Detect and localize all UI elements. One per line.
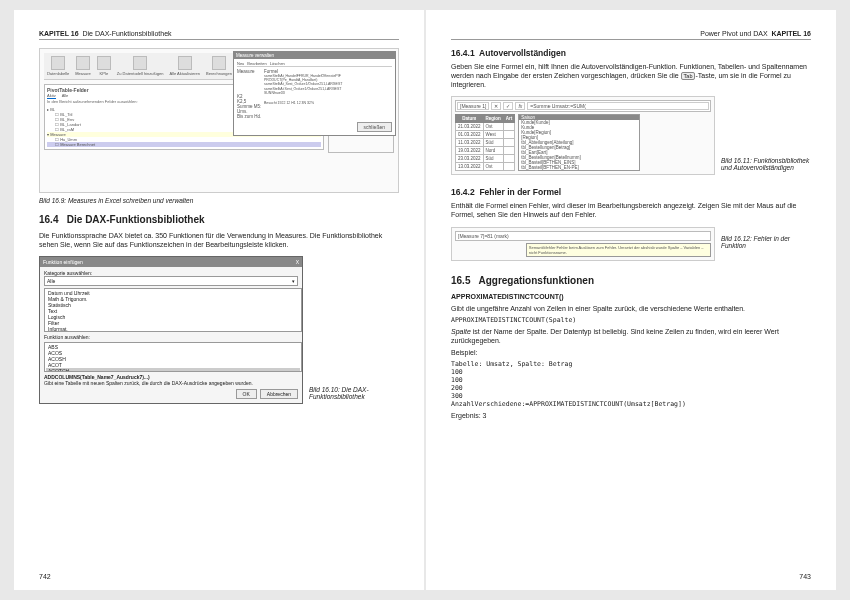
cancel-button[interactable]: Abbrechen bbox=[260, 389, 298, 399]
data-table: DatumRegionArt 21.03.2022Ost 01.03.2022W… bbox=[455, 114, 515, 171]
ribbon-add[interactable]: Zu Datentodell hinzufügen bbox=[117, 56, 164, 76]
formula-bar[interactable]: =Summe Umsatz:=SUM( bbox=[527, 102, 709, 110]
formula-error[interactable]: [Measure 7]=81 (mark) bbox=[455, 231, 711, 241]
result-text: Ergebnis: 3 bbox=[451, 411, 811, 420]
tab-delete[interactable]: Löschen bbox=[270, 61, 285, 66]
caption-16-12: Bild 16.12: Fehler in der Funktion bbox=[721, 235, 811, 249]
caption-16-10: Bild 16.10: Die DAX-Funktionsbibliothek bbox=[309, 386, 399, 400]
heading-16-4-1: 16.4.1 Autovervollständigen bbox=[451, 48, 811, 58]
page-number: 743 bbox=[799, 573, 811, 580]
code-syntax: APPROXIMATEDISTINCTCOUNT(Spalte) bbox=[451, 316, 811, 324]
page-number: 742 bbox=[39, 573, 51, 580]
chapter-label: KAPITEL 16 bbox=[39, 30, 79, 37]
table-row: 23.03.2022Süd bbox=[456, 155, 515, 163]
ok-button[interactable]: OK bbox=[236, 389, 257, 399]
cancel-icon[interactable]: ✕ bbox=[491, 102, 501, 110]
ribbon-kpi[interactable]: KPIe bbox=[97, 56, 111, 76]
chapter-title: Die DAX-Funktionsbibliothek bbox=[82, 30, 171, 37]
tab-new[interactable]: Neu bbox=[237, 61, 244, 66]
body-text: Spalte ist der Name der Spalte. Der Date… bbox=[451, 327, 811, 345]
body-text: Die Funktionssprache DAX bietet ca. 350 … bbox=[39, 231, 399, 249]
heading-16-5: 16.5 Aggregationsfunktionen bbox=[451, 275, 811, 286]
category-list[interactable]: Datum und UhrzeitMath & Trigonom.Statist… bbox=[44, 288, 302, 332]
figure-16-12: [Measure 7]=81 (mark) Semantikfehler Feh… bbox=[451, 227, 715, 261]
name-box[interactable]: [Measure 1] bbox=[457, 102, 489, 110]
header-right: Power Pivot und DAX KAPITEL 16 bbox=[451, 30, 811, 40]
field-item[interactable]: Measure Berechnet bbox=[60, 142, 95, 147]
table-row: 13.03.2022Ost bbox=[456, 163, 515, 171]
close-button[interactable]: schließen bbox=[357, 122, 392, 132]
key-tab: Tab bbox=[681, 72, 696, 80]
function-list[interactable]: ABSACOSACOSHACOTACOTCH bbox=[44, 342, 302, 372]
example-label: Beispiel: bbox=[451, 348, 811, 357]
table-row: 01.03.2022West bbox=[456, 131, 515, 139]
chevron-down-icon: ▾ bbox=[292, 278, 295, 284]
ribbon-datatable[interactable]: Datenlabelle bbox=[47, 56, 69, 76]
heading-16-4: 16.4 Die DAX-Funktionsbibliothek bbox=[39, 214, 399, 225]
measure-dialog: Measure verwalten Neu Bearbeiten Löschen… bbox=[233, 51, 396, 136]
caption-16-11: Bild 16.11: Funktionsbibliothek und Auto… bbox=[721, 157, 811, 171]
error-tooltip: Semantikfehler Fehler beim Auslösen zum … bbox=[526, 243, 711, 257]
page-left: KAPITEL 16 Die DAX-Funktionsbibliothek D… bbox=[14, 10, 424, 590]
header-left: KAPITEL 16 Die DAX-Funktionsbibliothek bbox=[39, 30, 399, 40]
table-row: 11.03.2022Süd bbox=[456, 139, 515, 147]
example-code: Tabelle: Umsatz, Spalte: Betrag100100200… bbox=[451, 360, 811, 408]
body-text: Gibt die ungefähre Anzahl von Zeilen in … bbox=[451, 304, 811, 313]
chapter-title: Power Pivot und DAX bbox=[700, 30, 767, 37]
figure-16-10: Funktion einfügenX Kategorie auswählen: … bbox=[39, 256, 303, 404]
close-icon[interactable]: X bbox=[296, 259, 299, 265]
autocomplete-list[interactable]: Saison Kunde[Kunde]KundeKunde[Region][Re… bbox=[518, 114, 640, 171]
body-text: Enthält die Formel einen Fehler, wird di… bbox=[451, 201, 811, 219]
ribbon-measure[interactable]: Measure bbox=[75, 56, 91, 76]
tab-edit[interactable]: Bearbeiten bbox=[247, 61, 266, 66]
function-name: APPROXIMATEDISTINCTCOUNT() bbox=[451, 292, 811, 301]
ribbon-refresh[interactable]: Alle Aktualisieren bbox=[170, 56, 200, 76]
ribbon-calc[interactable]: Berechnungen bbox=[206, 56, 232, 76]
fx-icon[interactable]: fx bbox=[515, 102, 525, 110]
chapter-label: KAPITEL 16 bbox=[771, 30, 811, 37]
check-icon[interactable]: ✓ bbox=[503, 102, 513, 110]
page-right: Power Pivot und DAX KAPITEL 16 16.4.1 Au… bbox=[426, 10, 836, 590]
table-row: 21.03.2022Ost bbox=[456, 123, 515, 131]
category-select[interactable]: Alle▾ bbox=[44, 276, 298, 286]
dialog-title: Measure verwalten bbox=[234, 52, 395, 59]
heading-16-4-2: 16.4.2 Fehler in der Formel bbox=[451, 187, 811, 197]
body-text: Geben Sie eine Formel ein, hilft Ihnen d… bbox=[451, 62, 811, 89]
table-row: 19.03.2022Nord bbox=[456, 147, 515, 155]
caption-16-9: Bild 16.9: Measures in Excel schreiben u… bbox=[39, 197, 399, 204]
figure-16-11: [Measure 1] ✕ ✓ fx =Summe Umsatz:=SUM( D… bbox=[451, 96, 715, 175]
dialog-title: Funktion einfügen bbox=[43, 259, 83, 265]
function-description: Gibt eine Tabelle mit neuen Spalten zurü… bbox=[44, 380, 298, 386]
figure-16-9: Datenlabelle Measure KPIe Zu Datentodell… bbox=[39, 48, 399, 193]
